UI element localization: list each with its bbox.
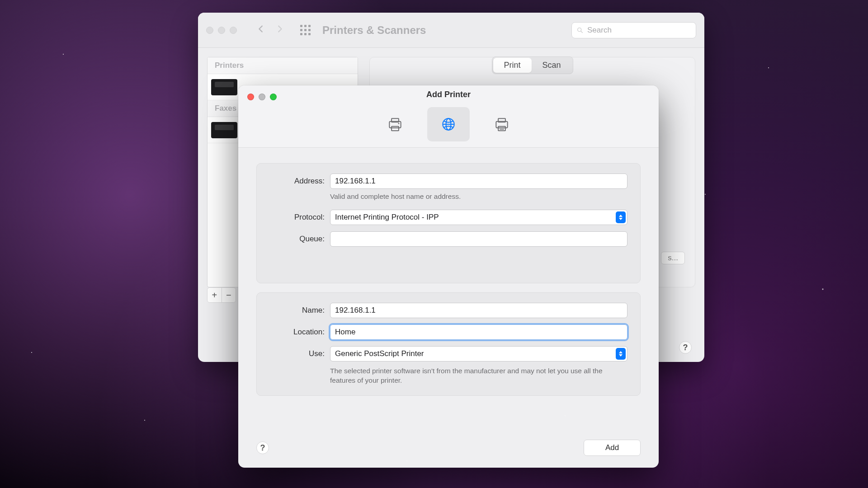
tab-scan[interactable]: Scan [531, 58, 571, 73]
remove-printer-button[interactable]: − [222, 288, 236, 302]
tab-ip-printer-icon[interactable] [427, 107, 470, 141]
svg-point-5 [398, 123, 399, 124]
sidebar-section-printers: Printers [208, 57, 358, 74]
add-printer-tabs [374, 107, 523, 141]
window-controls-inactive [206, 27, 237, 34]
use-hint: The selected printer software isn't from… [330, 366, 627, 385]
pref-window-title: Printers & Scanners [322, 24, 426, 37]
printer-device-icon [211, 79, 237, 95]
svg-point-0 [578, 28, 581, 31]
add-printer-footer: ? Add [256, 440, 641, 456]
svg-rect-4 [392, 127, 399, 131]
connection-form-card: Address: 192.168.1.1 Valid and complete … [256, 163, 641, 283]
sidebar-add-remove: + − [207, 287, 236, 303]
search-placeholder: Search [587, 26, 612, 35]
use-label: Use: [269, 349, 325, 358]
location-label: Location: [269, 328, 325, 337]
help-button[interactable]: ? [256, 441, 269, 454]
close-dot-inactive[interactable] [206, 27, 213, 34]
fax-device-icon [211, 122, 237, 138]
add-printer-window: Add Printer Address: [238, 85, 659, 468]
svg-rect-11 [498, 127, 505, 131]
nav-forward-icon[interactable] [273, 24, 287, 37]
add-printer-title: Add Printer [238, 90, 659, 99]
search-field[interactable]: Search [571, 22, 696, 38]
use-select[interactable]: Generic PostScript Printer [330, 346, 627, 361]
desktop-wallpaper: Printers & Scanners Search Printers Faxe… [0, 0, 868, 488]
address-hint: Valid and complete host name or address. [330, 192, 627, 202]
protocol-select[interactable]: Internet Printing Protocol - IPP [330, 210, 627, 225]
close-button[interactable] [247, 94, 254, 100]
zoom-dot-inactive[interactable] [230, 27, 237, 34]
queue-input[interactable] [330, 231, 627, 247]
select-arrows-icon [616, 348, 626, 360]
help-button-back-window[interactable]: ? [679, 341, 692, 354]
name-label: Name: [269, 306, 325, 315]
address-label: Address: [269, 177, 325, 186]
address-input[interactable]: 192.168.1.1 [330, 174, 627, 189]
protocol-label: Protocol: [269, 213, 325, 222]
add-button[interactable]: Add [584, 440, 641, 456]
svg-line-1 [581, 31, 582, 33]
print-scan-segmented: Print Scan [491, 56, 573, 74]
printer-identity-card: Name: 192.168.1.1 Location: Home Use: Ge… [256, 292, 641, 396]
search-icon [576, 27, 584, 34]
queue-label: Queue: [269, 235, 325, 244]
add-printer-button[interactable]: + [208, 288, 222, 302]
tab-default-printer-icon[interactable] [374, 107, 416, 141]
add-printer-header: Add Printer [238, 85, 659, 148]
options-supplies-button-peek[interactable]: s... [661, 252, 685, 264]
location-input[interactable]: Home [330, 324, 627, 340]
nav-back-icon[interactable] [254, 24, 268, 37]
add-printer-body: Address: 192.168.1.1 Valid and complete … [238, 148, 659, 414]
zoom-button[interactable] [270, 94, 277, 100]
minimize-button[interactable] [259, 94, 265, 100]
window-controls [247, 94, 277, 100]
tab-print[interactable]: Print [493, 58, 531, 73]
select-arrows-icon [616, 211, 626, 223]
minimize-dot-inactive[interactable] [218, 27, 225, 34]
show-all-grid-icon[interactable] [300, 25, 311, 35]
tab-windows-printer-icon[interactable] [481, 107, 523, 141]
name-input[interactable]: 192.168.1.1 [330, 303, 627, 318]
pref-toolbar: Printers & Scanners Search [198, 13, 704, 48]
